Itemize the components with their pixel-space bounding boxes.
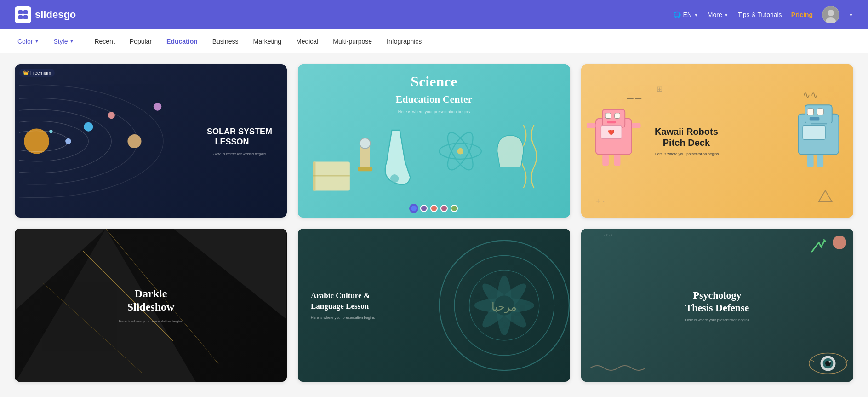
card-science[interactable]: ScienceEducation Center Here is where yo… (298, 64, 570, 218)
avatar-dropdown-arrow: ▼ (849, 12, 853, 17)
card-darkle-slideshow[interactable]: DarkleSlideshow Here is where your prese… (15, 229, 287, 382)
card-psychology-inner: · * · * PsychologyThesis Defense Here is… (581, 229, 853, 382)
swatch-orange (430, 205, 438, 212)
subnav-infographics-label: Infographics (387, 38, 422, 45)
card-arabic-title: Arabic Culture &Language Lesson (311, 291, 370, 312)
language-selector[interactable]: 🌐 EN ▼ (673, 11, 698, 18)
card-science-subtitle: Here is where your presentation begins (398, 109, 470, 114)
logo-svg (17, 9, 29, 20)
avatar[interactable] (822, 6, 839, 23)
lang-dropdown-arrow: ▼ (694, 12, 698, 17)
svg-point-14 (84, 122, 93, 131)
subnav-infographics[interactable]: Infographics (380, 34, 428, 49)
card-kawaii-text: Kawaii RobotsPitch Deck Here is where yo… (581, 64, 853, 218)
svg-rect-3 (23, 15, 28, 19)
card-darkle-title: DarkleSlideshow (119, 287, 183, 314)
subnav: Color ▼ Style ▼ Recent Popular Education… (0, 29, 868, 53)
subnav-divider-1 (84, 37, 84, 46)
card-science-title: ScienceEducation Center (396, 74, 473, 106)
subnav-color-arrow: ▼ (34, 39, 39, 44)
subnav-medical[interactable]: Medical (290, 34, 325, 49)
subnav-style[interactable]: Style ▼ (47, 34, 80, 49)
tips-label: Tips & Tutorials (738, 11, 782, 18)
card-psychology-title: PsychologyThesis Defense (685, 289, 749, 314)
card-psychology-subtitle: Here is where your presentation begins (685, 318, 749, 322)
svg-point-16 (127, 134, 141, 148)
logo-text: slidesgo (35, 9, 76, 21)
card-arabic-culture[interactable]: مرحبا Arabic Culture &Language Lesson He… (298, 229, 570, 382)
subnav-style-label: Style (53, 38, 68, 45)
subnav-medical-label: Medical (296, 38, 318, 45)
card-arabic-text: Arabic Culture &Language Lesson Here is … (298, 229, 570, 382)
svg-point-13 (65, 138, 71, 144)
subnav-business[interactable]: Business (206, 34, 245, 49)
pricing-button[interactable]: Pricing (791, 11, 813, 18)
subnav-marketing[interactable]: Marketing (247, 34, 288, 49)
tips-tutorials-button[interactable]: Tips & Tutorials (738, 11, 782, 18)
card-solar-subtitle: Here is where the lesson begins (207, 152, 272, 156)
more-label: More (708, 11, 722, 18)
swatch-pink (440, 205, 448, 212)
logo-go: go (63, 9, 76, 20)
svg-point-5 (828, 10, 834, 16)
more-dropdown-arrow: ▼ (724, 12, 729, 17)
avatar-image (822, 6, 839, 23)
swatch-blue (410, 205, 417, 212)
card-kawaii-subtitle: Here is where your presentation begins (655, 152, 719, 156)
logo-slides: slides (35, 9, 63, 20)
swatch-purple (420, 205, 428, 212)
card-kawaii-inner: ❤️ — — ∿∿ (581, 64, 853, 218)
card-arabic-inner: مرحبا Arabic Culture &Language Lesson He… (298, 229, 570, 382)
card-darkle-content: DarkleSlideshow Here is where your prese… (119, 287, 183, 323)
svg-rect-1 (23, 10, 28, 14)
subnav-recent-label: Recent (94, 38, 114, 45)
header-nav: 🌐 EN ▼ More ▼ Tips & Tutorials Pricing ▼ (673, 6, 853, 23)
subnav-multipurpose[interactable]: Multi-purpose (326, 34, 378, 49)
card-solar-inner: 👑 Freemium (15, 64, 287, 218)
pricing-label: Pricing (791, 11, 813, 18)
card-science-text: ScienceEducation Center Here is where yo… (298, 64, 570, 218)
subnav-color[interactable]: Color ▼ (11, 34, 45, 49)
svg-point-18 (49, 129, 53, 133)
card-science-inner: ScienceEducation Center Here is where yo… (298, 64, 570, 218)
subnav-popular-label: Popular (130, 38, 152, 45)
subnav-popular[interactable]: Popular (123, 34, 158, 49)
card-psychology-text: PsychologyThesis Defense Here is where y… (581, 229, 853, 382)
subnav-recent[interactable]: Recent (88, 34, 121, 49)
card-darkle-inner: DarkleSlideshow Here is where your prese… (15, 229, 287, 382)
lang-label: EN (683, 11, 691, 18)
svg-rect-0 (18, 10, 23, 14)
subnav-multipurpose-label: Multi-purpose (333, 38, 372, 45)
solar-orbit-svg (19, 72, 169, 210)
svg-point-17 (154, 103, 162, 111)
crown-icon: 👑 (23, 70, 29, 75)
freemium-badge: 👑 Freemium (19, 69, 55, 77)
subnav-style-arrow: ▼ (70, 39, 74, 44)
globe-icon: 🌐 (673, 11, 681, 18)
svg-point-7 (24, 128, 49, 154)
card-kawaii-title: Kawaii RobotsPitch Deck (655, 126, 718, 148)
more-button[interactable]: More ▼ (708, 11, 729, 18)
subnav-business-label: Business (212, 38, 239, 45)
freemium-label: Freemium (30, 70, 51, 75)
card-darkle-subtitle: Here is where your presentation begins (119, 319, 183, 323)
svg-point-15 (108, 112, 115, 119)
subnav-color-label: Color (17, 38, 33, 45)
card-solar-system[interactable]: 👑 Freemium (15, 64, 287, 218)
logo-icon (15, 6, 31, 23)
subnav-education-label: Education (166, 38, 198, 45)
main-header: slidesgo 🌐 EN ▼ More ▼ Tips & Tutorials … (0, 0, 868, 29)
logo[interactable]: slidesgo (15, 6, 76, 23)
svg-rect-2 (18, 15, 23, 19)
svg-marker-58 (173, 229, 286, 319)
gallery: 👑 Freemium (0, 53, 868, 393)
card-kawaii-robots[interactable]: ❤️ — — ∿∿ (581, 64, 853, 218)
card-solar-content: SOLAR SYSTEMLESSON —— Here is where the … (207, 127, 272, 156)
card-solar-title: SOLAR SYSTEMLESSON —— (207, 127, 272, 147)
subnav-marketing-label: Marketing (253, 38, 281, 45)
science-swatches (410, 205, 458, 212)
subnav-education[interactable]: Education (160, 34, 204, 49)
card-psychology-thesis[interactable]: · * · * PsychologyThesis Defense Here is… (581, 229, 853, 382)
swatch-green (451, 205, 458, 212)
card-arabic-subtitle: Here is where your presentation begins (311, 316, 375, 320)
